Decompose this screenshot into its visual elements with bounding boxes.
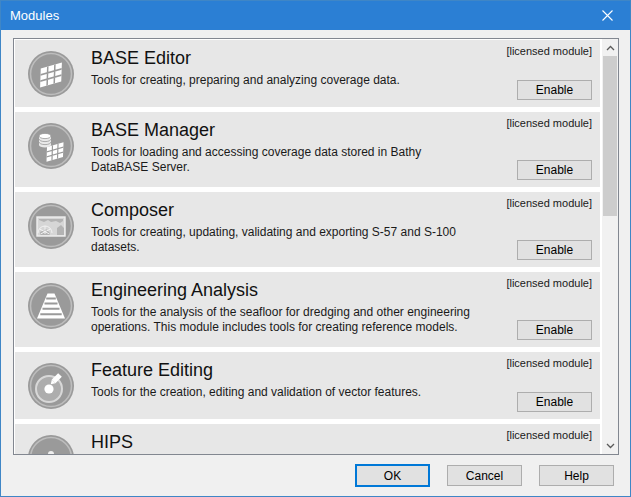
help-button[interactable]: Help [539,465,614,486]
module-description: Tools for the analysis of the seafloor f… [91,305,470,335]
feature-editing-icon [27,362,75,410]
module-title: HIPS [91,431,133,454]
module-rows: BASE Editor Tools for creating, preparin… [14,39,601,454]
chevron-down-icon [606,443,615,449]
close-icon [602,10,613,21]
enable-button[interactable]: Enable [517,80,592,100]
enable-button[interactable]: Enable [517,160,592,180]
license-badge: [licensed module] [506,45,592,57]
scrollbar-up-button[interactable] [602,39,618,56]
module-description: Tools for creating, preparing and analyz… [91,73,400,88]
module-row: BASE Manager Tools for loading and acces… [15,112,600,187]
scrollbar[interactable] [601,39,618,454]
composer-icon [27,202,75,250]
module-row: Feature Editing Tools for the creation, … [15,352,600,419]
module-texts: HIPS [91,429,133,454]
module-title: BASE Manager [91,119,421,142]
scrollbar-thumb[interactable] [603,56,617,216]
license-badge: [licensed module] [506,357,592,369]
module-row: Engineering Analysis Tools for the analy… [15,272,600,347]
module-texts: BASE Manager Tools for loading and acces… [91,117,421,182]
module-title: Feature Editing [91,359,421,382]
hips-icon [27,434,75,454]
module-list: BASE Editor Tools for creating, preparin… [13,38,619,455]
cancel-button[interactable]: Cancel [447,465,522,486]
module-title: BASE Editor [91,47,400,70]
module-description: Tools for the creation, editing and vali… [91,385,421,400]
module-texts: Feature Editing Tools for the creation, … [91,357,421,414]
close-button[interactable] [585,1,630,30]
engineering-analysis-icon [27,282,75,330]
license-badge: [licensed module] [506,429,592,441]
enable-button[interactable]: Enable [517,240,592,260]
chevron-up-icon [606,45,615,51]
module-title: Composer [91,199,456,222]
scrollbar-down-button[interactable] [602,437,618,454]
module-row: BASE Editor Tools for creating, preparin… [15,40,600,107]
enable-button[interactable]: Enable [517,320,592,340]
modules-dialog: Modules BASE Editor Tools for creating, … [0,0,631,497]
module-texts: Composer Tools for creating, updating, v… [91,197,456,262]
license-badge: [licensed module] [506,197,592,209]
module-row: HIPS [licensed module] Enable [15,424,600,454]
module-row: Composer Tools for creating, updating, v… [15,192,600,267]
title-bar: Modules [1,1,630,30]
module-description: Tools for creating, updating, validating… [91,225,456,255]
dialog-footer: OK Cancel Help [1,455,630,496]
license-badge: [licensed module] [506,117,592,129]
module-description: Tools for loading and accessing coverage… [91,145,421,175]
module-texts: BASE Editor Tools for creating, preparin… [91,45,400,102]
enable-button[interactable]: Enable [517,392,592,412]
window-title: Modules [1,8,585,23]
ok-button[interactable]: OK [355,464,430,487]
license-badge: [licensed module] [506,277,592,289]
base-editor-icon [27,50,75,98]
module-title: Engineering Analysis [91,279,470,302]
base-manager-icon [27,122,75,170]
module-texts: Engineering Analysis Tools for the analy… [91,277,470,342]
